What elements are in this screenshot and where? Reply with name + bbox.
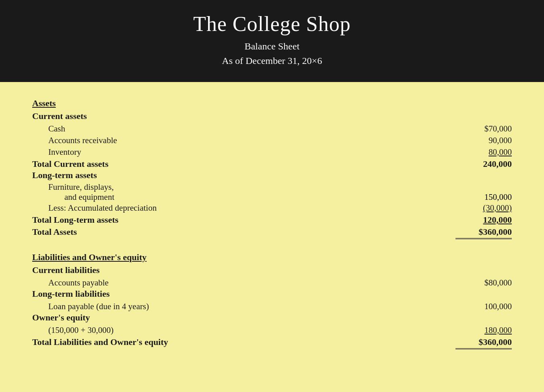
total-liabilities-equity-line: Total Liabilities and Owner's equity $36… [32, 336, 512, 350]
furniture-line2: and equipment [32, 192, 114, 202]
longterm-assets-heading: Long-term assets [32, 170, 512, 181]
owners-equity-heading: Owner's equity [32, 312, 512, 323]
longterm-liabilities-section: Long-term liabilities Loan payable (due … [32, 289, 512, 312]
accounts-receivable-label: Accounts receivable [32, 135, 117, 146]
loan-payable-amount: 100,000 [455, 302, 512, 312]
current-assets-section: Current assets Cash $70,000 Accounts rec… [32, 111, 512, 158]
furniture-amount: 150,000 [455, 192, 512, 202]
loan-payable-label: Loan payable (due in 4 years) [32, 302, 149, 312]
total-liabilities-equity-amount: $360,000 [455, 337, 512, 349]
assets-section: Assets Current assets Cash $70,000 Accou… [32, 98, 512, 240]
subtitle-line1: Balance Sheet [8, 39, 536, 53]
total-current-assets-amount: 240,000 [455, 159, 512, 169]
owners-equity-section: Owner's equity (150,000 + 30,000) 180,00… [32, 312, 512, 336]
depreciation-label: Less: Accumulated depreciation [32, 203, 157, 213]
total-assets-amount: $360,000 [455, 227, 512, 239]
page-header: The College Shop Balance Sheet As of Dec… [0, 0, 544, 82]
report-subtitle: Balance Sheet As of December 31, 20×6 [8, 39, 536, 68]
total-assets-label: Total Assets [32, 227, 77, 237]
longterm-liabilities-heading: Long-term liabilities [32, 289, 512, 299]
furniture-label-block: Furniture, displays, and equipment [32, 182, 114, 202]
total-current-assets-line: Total Current assets 240,000 [32, 158, 512, 170]
cash-amount: $70,000 [455, 124, 512, 134]
cash-line: Cash $70,000 [32, 123, 512, 135]
equity-calculation-label: (150,000 + 30,000) [32, 325, 113, 335]
cash-label: Cash [32, 124, 65, 134]
furniture-line: Furniture, displays, and equipment 150,0… [32, 182, 512, 202]
total-current-assets-label: Total Current assets [32, 159, 108, 169]
accounts-payable-amount: $80,000 [455, 278, 512, 288]
inventory-amount: 80,000 [455, 147, 512, 157]
equity-calculation-amount: 180,000 [455, 325, 512, 335]
inventory-line: Inventory 80,000 [32, 146, 512, 158]
current-assets-heading: Current assets [32, 111, 512, 121]
accounts-payable-line: Accounts payable $80,000 [32, 277, 512, 289]
inventory-label: Inventory [32, 147, 81, 157]
accounts-payable-label: Accounts payable [32, 278, 109, 288]
accounts-receivable-line: Accounts receivable 90,000 [32, 135, 512, 146]
current-liabilities-section: Current liabilities Accounts payable $80… [32, 265, 512, 289]
assets-heading: Assets [32, 98, 512, 109]
total-longterm-assets-line: Total Long-term assets 120,000 [32, 214, 512, 226]
longterm-assets-section: Long-term assets Furniture, displays, an… [32, 170, 512, 214]
equity-calculation-line: (150,000 + 30,000) 180,000 [32, 324, 512, 336]
liabilities-heading: Liabilities and Owner's equity [32, 252, 512, 263]
accounts-receivable-amount: 90,000 [455, 135, 512, 146]
company-name: The College Shop [8, 12, 536, 36]
balance-sheet-content: Assets Current assets Cash $70,000 Accou… [0, 82, 544, 374]
current-liabilities-heading: Current liabilities [32, 265, 512, 275]
total-assets-line: Total Assets $360,000 [32, 226, 512, 240]
liabilities-section: Liabilities and Owner's equity Current l… [32, 252, 512, 350]
total-longterm-assets-amount: 120,000 [455, 215, 512, 225]
total-longterm-assets-label: Total Long-term assets [32, 215, 118, 225]
subtitle-line2: As of December 31, 20×6 [8, 53, 536, 68]
total-liabilities-equity-label: Total Liabilities and Owner's equity [32, 337, 168, 347]
loan-payable-line: Loan payable (due in 4 years) 100,000 [32, 301, 512, 312]
furniture-line1: Furniture, displays, [32, 182, 114, 192]
depreciation-amount: (30,000) [455, 203, 512, 213]
depreciation-line: Less: Accumulated depreciation (30,000) [32, 202, 512, 214]
